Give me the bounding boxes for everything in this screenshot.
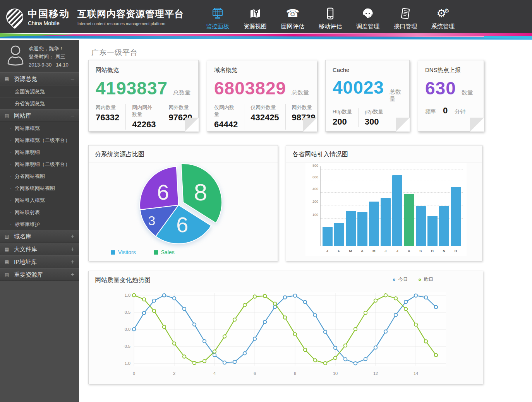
- nav-item-监控面板[interactable]: 监控面板: [202, 3, 233, 30]
- stat-label: 网内数量: [96, 104, 119, 111]
- line-chart: 024681012141.00.50.0-0.5-1.0: [113, 287, 484, 380]
- login-date: 2013-9-30: [29, 62, 51, 68]
- sidebar-item-全国资源总览[interactable]: ·全国资源总览: [0, 85, 79, 97]
- data-point: [243, 352, 246, 355]
- bullet-icon: ·: [10, 194, 12, 206]
- nav-item-label: 移动评估: [315, 23, 346, 30]
- nav-item-接口管理[interactable]: 接口管理: [390, 3, 421, 30]
- bar-N-10: [439, 206, 449, 246]
- sidebar-group-IP地址库[interactable]: ▤IP地址库+: [0, 255, 79, 268]
- monitor-icon: [202, 5, 233, 22]
- bar-D-11: [451, 187, 461, 246]
- stat-label: 网外数量: [168, 104, 192, 111]
- stat-card-stats: 仅网内数量64442仅网外数量432425网外数量98739: [214, 104, 310, 130]
- bar-panel-title: 各省网站引入情况图: [286, 145, 482, 163]
- stat-card-big-row: 6803829总数量: [214, 78, 310, 99]
- bullet-icon: ·: [10, 170, 12, 182]
- bar-chart: 100200400600800 JFMAMJJASOND: [305, 163, 467, 256]
- data-point: [163, 294, 166, 297]
- line-legend-今日[interactable]: 今日: [393, 276, 408, 283]
- bar-x-tick: A: [357, 249, 367, 255]
- pie-chart: 8636: [89, 162, 278, 249]
- menu-item-label: 全国资源总览: [15, 89, 45, 94]
- ribbon-cyan-band: [484, 36, 532, 38]
- main-nav: 监控面板资源视图☎固网评估移动评估调度管理接口管理⚙⚙系统管理: [202, 3, 458, 30]
- nav-item-label: 资源视图: [240, 23, 271, 30]
- sidebar-item-网站库明细[interactable]: ·网站库明细: [0, 146, 79, 158]
- pie-legend: VisitorsSales: [111, 249, 175, 255]
- line-legend-昨日[interactable]: 昨日: [419, 276, 433, 283]
- bar-y-tick-600: 600: [306, 175, 318, 179]
- data-point: [334, 346, 337, 349]
- sidebar-item-全网系统网站视图[interactable]: ·全网系统网站视图: [0, 182, 79, 194]
- bar-y-tick-400: 400: [306, 187, 318, 191]
- sidebar-filler: [0, 281, 79, 402]
- data-point: [404, 300, 407, 303]
- main-content: 广东一级平台 网站概览4193837总数量网内数量76332网内网外数量4226…: [79, 40, 532, 402]
- expand-icon[interactable]: +: [71, 243, 74, 255]
- data-point: [233, 360, 236, 363]
- legend-label: Visitors: [118, 249, 136, 255]
- expand-icon[interactable]: +: [71, 269, 74, 281]
- sidebar-item-网站库概览（二级平台）[interactable]: ·网站库概览（二级平台）: [0, 134, 79, 146]
- bar-M-2: [346, 211, 356, 246]
- data-point: [434, 306, 438, 309]
- data-point: [434, 354, 438, 357]
- nav-item-移动评估[interactable]: 移动评估: [315, 3, 346, 30]
- user-panel: 欢迎您，魏华！ 登录时间： 周三 2013-9-30 14:10: [0, 40, 79, 72]
- data-point: [414, 323, 417, 326]
- stat-column: 网内数量76332: [96, 104, 125, 130]
- bullet-icon: ·: [10, 122, 12, 134]
- expand-icon[interactable]: +: [71, 256, 74, 268]
- stat-card-big-row: 630数量: [425, 78, 477, 99]
- nav-item-系统管理[interactable]: ⚙⚙系统管理: [427, 3, 458, 30]
- sidebar-group-域名库[interactable]: ▤域名库+: [0, 230, 79, 243]
- sidebar-group-重要资源库[interactable]: ▤重要资源库+: [0, 268, 79, 281]
- data-point: [394, 313, 397, 316]
- sidebar-item-网站引入概览[interactable]: ·网站引入概览: [0, 194, 79, 206]
- bar-A-7: [404, 194, 414, 246]
- mobile-icon: [315, 5, 346, 22]
- sidebar-group-资源总览[interactable]: ▤资源总览–: [0, 72, 79, 85]
- pie-legend-Visitors[interactable]: Visitors: [111, 249, 136, 255]
- telephone-icon: ☎: [277, 5, 308, 22]
- data-point: [364, 358, 367, 361]
- pie-legend-Sales[interactable]: Sales: [154, 249, 175, 255]
- sidebar-item-网站映射表[interactable]: ·网站映射表: [0, 206, 79, 218]
- page: 中国移动 China Mobile 互联网内容资源管理平台 Internet c…: [0, 0, 532, 402]
- data-point: [153, 299, 156, 302]
- nav-item-资源视图[interactable]: 资源视图: [240, 3, 271, 30]
- sidebar-group-网站库[interactable]: ▤网站库–: [0, 109, 79, 122]
- data-point: [304, 301, 307, 304]
- data-point: [253, 337, 256, 340]
- expand-icon[interactable]: +: [71, 230, 74, 243]
- data-point: [364, 311, 367, 314]
- sidebar-item-分省网站视图[interactable]: ·分省网站视图: [0, 170, 79, 182]
- data-point: [354, 327, 357, 330]
- sidebar-item-网站库明细（二级平台）[interactable]: ·网站库明细（二级平台）: [0, 158, 79, 170]
- data-point: [132, 328, 136, 331]
- sidebar-item-标签库维护[interactable]: ·标签库维护: [0, 218, 79, 230]
- document-icon: ▤: [5, 73, 9, 85]
- document-icon: ▤: [5, 269, 9, 281]
- collapse-icon[interactable]: –: [71, 73, 74, 85]
- sidebar-group-大文件库[interactable]: ▤大文件库+: [0, 243, 79, 255]
- sidebar-item-分省资源总览[interactable]: ·分省资源总览: [0, 97, 79, 109]
- nav-item-调度管理[interactable]: 调度管理: [352, 3, 383, 30]
- stat-column: Http数量200: [333, 108, 358, 127]
- collapse-icon[interactable]: –: [71, 109, 74, 122]
- data-point: [283, 296, 287, 299]
- map-icon: [240, 5, 271, 22]
- nav-item-固网评估[interactable]: ☎固网评估: [277, 3, 308, 30]
- stat-column: p2p数量300: [358, 108, 390, 127]
- bullet-icon: ·: [10, 218, 12, 230]
- bar-J-0: [323, 227, 333, 246]
- bar-x-tick: J: [381, 249, 391, 255]
- bar-x-tick: S: [415, 249, 426, 255]
- menu-item-label: 网站库概览（二级平台）: [15, 137, 70, 143]
- data-point: [142, 311, 146, 315]
- stat-value: 200: [333, 117, 352, 127]
- sidebar-item-网站库概览[interactable]: ·网站库概览: [0, 122, 79, 134]
- document-icon: ▤: [5, 256, 9, 268]
- legend-swatch-icon: [111, 250, 115, 255]
